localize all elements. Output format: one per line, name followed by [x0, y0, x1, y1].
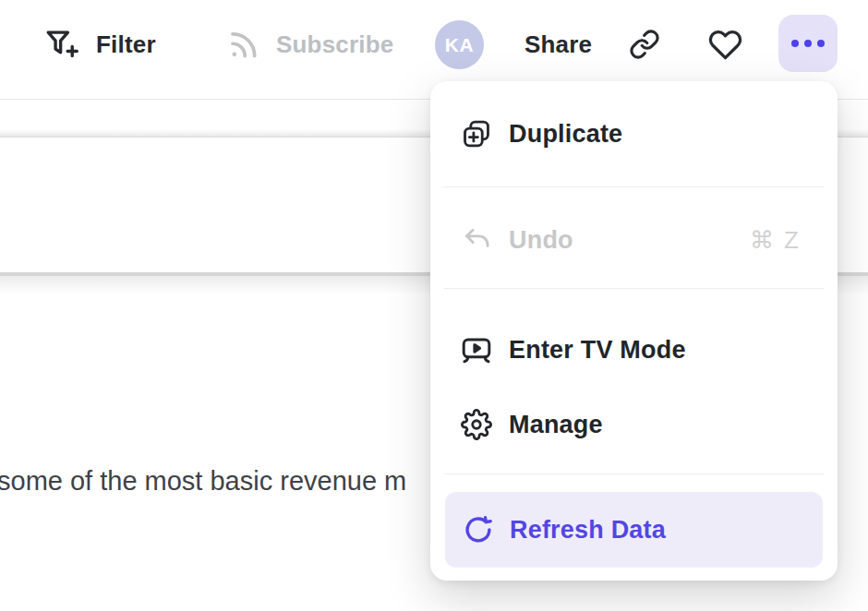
menu-divider [444, 288, 824, 289]
share-label: Share [524, 30, 592, 59]
menu-item-label: Refresh Data [510, 516, 666, 545]
heart-icon [708, 28, 742, 62]
menu-divider [444, 473, 824, 474]
page-text: some of the most basic revenue m [0, 466, 406, 497]
refresh-icon [462, 514, 495, 545]
avatar-initials: KA [445, 34, 474, 56]
filter-plus-icon [43, 26, 80, 63]
keyboard-shortcut: ⌘ Z [750, 226, 801, 255]
share-button[interactable]: Share [524, 17, 592, 72]
menu-item-label: Enter TV Mode [509, 336, 686, 365]
duplicate-icon [460, 118, 493, 150]
subscribe-button[interactable]: Subscribe [226, 17, 394, 72]
menu-item-duplicate[interactable]: Duplicate [430, 97, 838, 171]
favorite-button[interactable] [703, 22, 747, 66]
menu-item-enter-tv-mode[interactable]: Enter TV Mode [430, 313, 838, 387]
menu-item-manage[interactable]: Manage [430, 388, 838, 461]
menu-item-undo: Undo ⌘ Z [430, 203, 838, 277]
subscribe-label: Subscribe [276, 30, 394, 59]
copy-link-button[interactable] [622, 22, 667, 66]
dropdown-menu: Duplicate Undo ⌘ Z [430, 81, 838, 581]
menu-item-label: Manage [509, 411, 603, 439]
rss-icon [226, 28, 260, 62]
app-canvas: Filter Subscribe KA Share [0, 0, 868, 611]
avatar[interactable]: KA [435, 20, 484, 69]
ellipsis-icon [791, 40, 825, 47]
menu-divider [444, 186, 824, 187]
menu-item-label: Duplicate [509, 120, 622, 149]
menu-item-label: Undo [509, 226, 573, 255]
filter-button[interactable]: Filter [43, 17, 156, 72]
more-options-button[interactable] [778, 15, 838, 72]
undo-icon [460, 225, 493, 256]
gear-icon [460, 409, 493, 440]
menu-item-refresh-data[interactable]: Refresh Data [445, 492, 823, 568]
tv-icon [460, 333, 493, 366]
filter-label: Filter [96, 30, 156, 59]
link-icon [629, 29, 660, 60]
